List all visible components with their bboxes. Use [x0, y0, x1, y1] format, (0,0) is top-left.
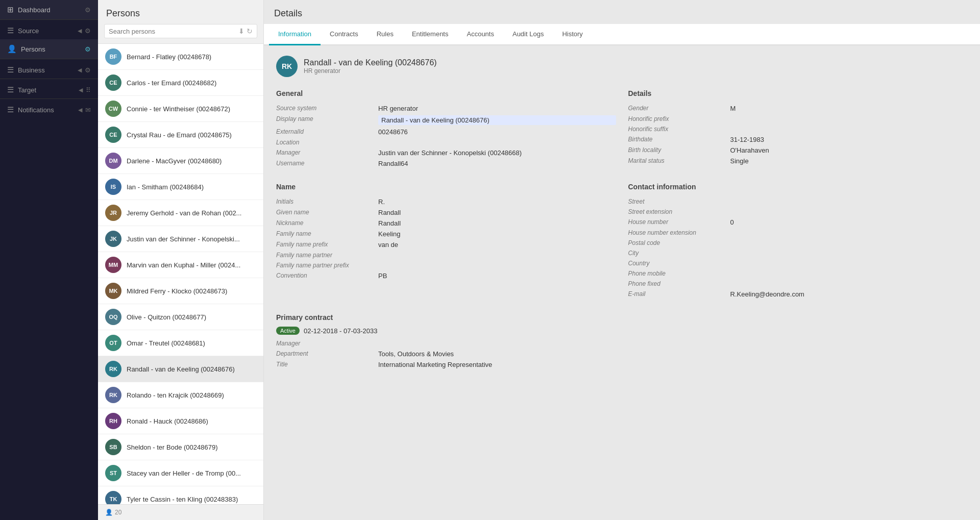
field-row: Marital statusSingle	[628, 157, 968, 165]
list-item[interactable]: RK Randall - van de Keeling (00248676)	[98, 356, 263, 382]
list-item[interactable]: OQ Olive - Quitzon (00248677)	[98, 304, 263, 330]
tab-audit-logs[interactable]: Audit Logs	[503, 24, 553, 45]
field-row: Location	[276, 139, 616, 146]
list-item[interactable]: MM Marvin van den Kuphal - Miller (0024.…	[98, 252, 263, 278]
tab-entitlements[interactable]: Entitlements	[403, 24, 458, 45]
field-label: Manager	[276, 149, 378, 156]
name-section: Name InitialsR.Given nameRandallNickname…	[276, 183, 616, 301]
sidebar-notifications-label: Notifications	[18, 106, 78, 114]
sidebar-target-header[interactable]: ☰ Target ◀ ⠿	[0, 79, 98, 98]
field-label: Display name	[276, 115, 378, 122]
field-row: UsernameRandall64	[276, 160, 616, 167]
business-action-icon[interactable]: ⚙	[85, 66, 91, 74]
field-label: Postal code	[628, 239, 730, 246]
field-value: Randall	[378, 219, 616, 227]
dashboard-settings-icon[interactable]: ⚙	[85, 6, 91, 14]
avatar: OT	[105, 335, 121, 351]
field-value: Randall - van de Keeling (00248676)	[378, 115, 616, 125]
target-icon: ☰	[7, 85, 14, 94]
sidebar-source-header[interactable]: ☰ Source ◀ ⚙	[0, 20, 98, 39]
list-item[interactable]: TK Tyler te Cassin - ten Kling (00248383…	[98, 486, 263, 504]
sidebar-notifications-header[interactable]: ☰ Notifications ◀ ✉	[0, 99, 98, 118]
field-row: City	[628, 250, 968, 257]
refresh-icon[interactable]: ↻	[247, 27, 253, 35]
contract-fields: ManagerDepartmentTools, Outdoors & Movie…	[276, 340, 968, 368]
tab-rules[interactable]: Rules	[368, 24, 403, 45]
field-row: Honorific suffix	[628, 126, 968, 133]
field-row: Manager	[276, 340, 968, 347]
sidebar-business-header[interactable]: ☰ Business ◀ ⚙	[0, 59, 98, 79]
tab-history[interactable]: History	[553, 24, 592, 45]
field-value: 00248676	[378, 128, 616, 136]
list-item[interactable]: CE Crystal Rau - de Emard (00248675)	[98, 122, 263, 148]
field-value: HR generator	[378, 105, 616, 112]
list-item[interactable]: CE Carlos - ter Emard (00248682)	[98, 70, 263, 96]
field-value: Keeling	[378, 230, 616, 238]
general-details-columns: General Source systemHR generatorDisplay…	[276, 89, 968, 170]
source-action-icon[interactable]: ⚙	[85, 27, 91, 35]
list-item[interactable]: BF Bernard - Flatley (00248678)	[98, 44, 263, 70]
field-label: Family name partner	[276, 252, 378, 259]
list-item[interactable]: DM Darlene - MacGyver (00248680)	[98, 148, 263, 174]
field-label: Initials	[276, 198, 378, 205]
field-label: Gender	[628, 105, 730, 112]
name-section-title: Name	[276, 183, 616, 191]
sidebar-dashboard-label: Dashboard	[18, 6, 51, 14]
persons-settings-icon[interactable]: ⚙	[85, 45, 91, 53]
list-item[interactable]: JR Jeremy Gerhold - van de Rohan (002...	[98, 200, 263, 226]
field-label: Street	[628, 198, 730, 205]
field-value: 0	[730, 218, 968, 226]
avatar: IS	[105, 179, 121, 195]
persons-panel: Persons ⬇ ↻ BF Bernard - Flatley (002486…	[98, 0, 264, 520]
tab-contracts[interactable]: Contracts	[321, 24, 368, 45]
person-name: Marvin van den Kuphal - Miller (0024...	[127, 261, 240, 269]
field-row: Street extension	[628, 208, 968, 215]
notifications-action-icon[interactable]: ✉	[85, 106, 91, 114]
general-section: General Source systemHR generatorDisplay…	[276, 89, 616, 170]
field-label: ExternalId	[276, 128, 378, 135]
list-item[interactable]: MK Mildred Ferry - Klocko (00248673)	[98, 278, 263, 304]
contact-fields: StreetStreet extensionHouse number0House…	[628, 198, 968, 298]
list-item[interactable]: ST Stacey van der Heller - de Tromp (00.…	[98, 460, 263, 486]
list-item[interactable]: CW Connie - ter Wintheiser (00248672)	[98, 96, 263, 122]
field-row: Birthdate31-12-1983	[628, 136, 968, 143]
sidebar-target-label: Target	[18, 86, 79, 94]
field-row: Honorific prefix	[628, 115, 968, 122]
field-value: International Marketing Representative	[378, 361, 968, 368]
list-item[interactable]: RH Ronald - Hauck (00248686)	[98, 408, 263, 434]
tab-information[interactable]: Information	[269, 24, 321, 45]
list-item[interactable]: IS Ian - Smitham (00248684)	[98, 174, 263, 200]
person-name: Omar - Treutel (00248681)	[127, 339, 205, 347]
tabs-bar: InformationContractsRulesEntitlementsAcc…	[264, 24, 980, 45]
sidebar-item-dashboard[interactable]: ⊞ Dashboard ⚙	[0, 0, 98, 19]
field-value: van de	[378, 241, 616, 249]
person-name: Jeremy Gerhold - van de Rohan (002...	[127, 209, 241, 217]
avatar: SB	[105, 439, 121, 455]
sidebar-item-persons[interactable]: 👤 Persons ⚙	[0, 39, 98, 59]
person-name: Tyler te Cassin - ten Kling (00248383)	[127, 496, 238, 503]
list-item[interactable]: SB Sheldon - ter Bode (00248679)	[98, 434, 263, 460]
field-label: Country	[628, 260, 730, 267]
field-row: House number extension	[628, 229, 968, 236]
field-value: Randall64	[378, 160, 616, 167]
list-item[interactable]: RK Rolando - ten Krajcik (00248669)	[98, 382, 263, 408]
person-full-name: Randall - van de Keeling (00248676)	[304, 58, 437, 67]
field-row: Country	[628, 260, 968, 267]
person-name: Olive - Quitzon (00248677)	[127, 313, 206, 321]
list-item[interactable]: JK Justin van der Schinner - Konopelski.…	[98, 226, 263, 252]
tab-accounts[interactable]: Accounts	[457, 24, 503, 45]
person-name: Darlene - MacGyver (00248680)	[127, 157, 222, 165]
search-input[interactable]	[109, 28, 236, 35]
list-item[interactable]: OT Omar - Treutel (00248681)	[98, 330, 263, 356]
search-bar: ⬇ ↻	[104, 24, 257, 38]
avatar: RK	[105, 387, 121, 403]
field-value: M	[730, 105, 968, 112]
avatar: BF	[105, 48, 121, 65]
download-icon[interactable]: ⬇	[238, 27, 244, 35]
field-row: NicknameRandall	[276, 219, 616, 227]
primary-contract-section: Primary contract Active 02-12-2018 - 07-…	[276, 313, 968, 368]
person-name: Bernard - Flatley (00248678)	[127, 53, 211, 61]
target-action-icon[interactable]: ⠿	[86, 86, 91, 94]
field-label: Family name	[276, 230, 378, 237]
persons-icon: 👤	[7, 44, 17, 54]
